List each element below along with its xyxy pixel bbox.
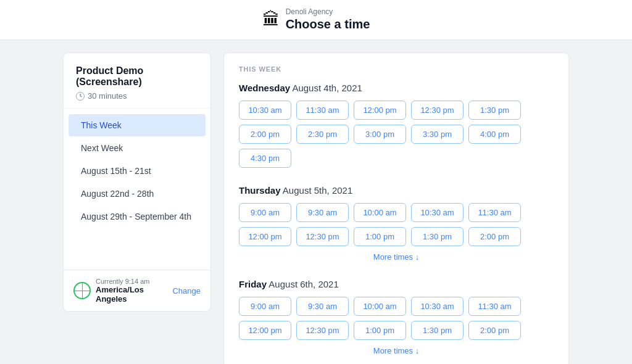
time-slot-button[interactable]: 10:30 am (239, 101, 291, 120)
week-item[interactable]: This Week (69, 114, 206, 136)
time-slot-button[interactable]: 1:30 pm (468, 101, 521, 120)
header-text-block: Denoli Agency Choose a time (286, 7, 370, 32)
week-item[interactable]: August 15th - 21st (69, 160, 206, 182)
time-grid: 9:00 am9:30 am10:00 am10:30 am11:30 am12… (239, 297, 554, 340)
section-label: THIS WEEK (239, 65, 554, 73)
time-slot-button[interactable]: 12:30 pm (296, 227, 349, 246)
right-panel: THIS WEEK Wednesday August 4th, 202110:3… (223, 52, 569, 364)
time-slot-button[interactable]: 12:00 pm (239, 321, 291, 340)
day-section: Friday August 6th, 20219:00 am9:30 am10:… (239, 279, 554, 355)
page-header: 🏛 Denoli Agency Choose a time (0, 0, 632, 40)
more-times-row: More times ↓ (239, 346, 554, 355)
days-container: Wednesday August 4th, 202110:30 am11:30 … (239, 83, 554, 355)
time-grid: 10:30 am11:30 am12:00 pm12:30 pm1:30 pm2… (239, 101, 554, 168)
more-times-link[interactable]: More times ↓ (373, 252, 419, 262)
time-slot-button[interactable]: 9:30 am (296, 203, 349, 222)
time-slot-button[interactable]: 1:30 pm (411, 227, 464, 246)
page-title: Choose a time (286, 16, 370, 32)
time-grid: 9:00 am9:30 am10:00 am10:30 am11:30 am12… (239, 203, 554, 246)
day-section: Wednesday August 4th, 202110:30 am11:30 … (239, 83, 554, 168)
day-section: Thursday August 5th, 20219:00 am9:30 am1… (239, 185, 554, 262)
timezone-current: Currently 9:14 am (96, 278, 167, 285)
time-slot-button[interactable]: 4:30 pm (239, 149, 291, 168)
time-slot-button[interactable]: 9:00 am (239, 297, 291, 316)
main-content: Product Demo (Screenshare) 30 minutes Th… (0, 40, 632, 364)
week-item[interactable]: Next Week (69, 137, 206, 159)
time-slot-button[interactable]: 11:30 am (468, 203, 521, 222)
day-heading: Friday August 6th, 2021 (239, 279, 554, 289)
event-duration: 30 minutes (76, 91, 198, 101)
time-slot-button[interactable]: 10:00 am (354, 297, 406, 316)
time-slot-button[interactable]: 9:00 am (239, 203, 291, 222)
left-panel: Product Demo (Screenshare) 30 minutes Th… (63, 52, 211, 312)
day-heading: Thursday August 5th, 2021 (239, 185, 554, 196)
agency-name: Denoli Agency (286, 7, 370, 16)
time-slot-button[interactable]: 2:00 pm (468, 321, 521, 340)
clock-icon (76, 92, 85, 101)
time-slot-button[interactable]: 11:30 am (296, 101, 349, 120)
day-heading: Wednesday August 4th, 2021 (239, 83, 554, 93)
week-list: This WeekNext WeekAugust 15th - 21stAugu… (64, 109, 210, 270)
time-slot-button[interactable]: 10:30 am (411, 297, 464, 316)
time-slot-button[interactable]: 10:00 am (354, 203, 406, 222)
time-slot-button[interactable]: 2:00 pm (468, 227, 521, 246)
time-slot-button[interactable]: 12:00 pm (354, 101, 406, 120)
time-slot-button[interactable]: 1:00 pm (354, 321, 406, 340)
time-slot-button[interactable]: 3:30 pm (411, 125, 464, 144)
time-slot-button[interactable]: 4:00 pm (468, 125, 521, 144)
timezone-section: Currently 9:14 am America/Los Angeles Ch… (64, 270, 210, 311)
time-slot-button[interactable]: 2:00 pm (239, 125, 291, 144)
globe-icon (73, 282, 91, 299)
time-slot-button[interactable]: 1:00 pm (354, 227, 406, 246)
duration-text: 30 minutes (88, 91, 127, 101)
timezone-info: Currently 9:14 am America/Los Angeles (96, 278, 167, 304)
more-times-row: More times ↓ (239, 252, 554, 262)
time-slot-button[interactable]: 1:30 pm (411, 321, 464, 340)
change-timezone-link[interactable]: Change (172, 286, 201, 296)
time-slot-button[interactable]: 10:30 am (411, 203, 464, 222)
time-slot-button[interactable]: 9:30 am (296, 297, 349, 316)
time-slot-button[interactable]: 11:30 am (468, 297, 521, 316)
agency-icon: 🏛 (262, 11, 280, 28)
time-slot-button[interactable]: 12:30 pm (411, 101, 464, 120)
time-slot-button[interactable]: 2:30 pm (296, 125, 349, 144)
week-item[interactable]: August 22nd - 28th (69, 183, 206, 205)
event-info: Product Demo (Screenshare) 30 minutes (64, 53, 210, 109)
event-title: Product Demo (Screenshare) (76, 65, 198, 88)
time-slot-button[interactable]: 3:00 pm (354, 125, 406, 144)
timezone-name: America/Los Angeles (96, 285, 167, 304)
more-times-link[interactable]: More times ↓ (373, 346, 419, 355)
time-slot-button[interactable]: 12:30 pm (296, 321, 349, 340)
time-slot-button[interactable]: 12:00 pm (239, 227, 291, 246)
week-item[interactable]: August 29th - September 4th (69, 205, 206, 228)
